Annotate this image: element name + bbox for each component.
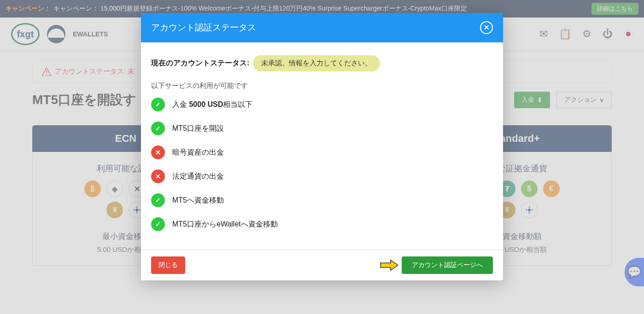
status-badge: 未承認。情報を入力してください。 xyxy=(253,55,380,71)
check-item-label: 暗号資産の出金 xyxy=(172,148,224,157)
check-item: ✕暗号資産の出金 xyxy=(151,145,493,159)
check-item-label: MT5口座を開設 xyxy=(172,124,224,134)
pointer-arrow-icon xyxy=(380,259,399,271)
check-icon: ✓ xyxy=(151,122,165,135)
modal-overlay: アカウント認証ステータス ✕ 現在のアカウントステータス: 未承認。情報を入力し… xyxy=(0,0,644,314)
verification-modal: アカウント認証ステータス ✕ 現在のアカウントステータス: 未承認。情報を入力し… xyxy=(141,13,503,280)
status-label: 現在のアカウントステータス: xyxy=(151,58,249,68)
check-item: ✓入金 5000 USD相当以下 xyxy=(151,98,493,111)
check-item: ✓MT5口座を開設 xyxy=(151,122,493,135)
modal-subtitle: 以下サービスの利用が可能です xyxy=(151,81,493,90)
check-item-label: MT5口座からeWalletへ資金移動 xyxy=(172,220,278,229)
check-icon: ✓ xyxy=(151,193,165,207)
cross-icon: ✕ xyxy=(151,145,165,159)
close-button[interactable]: 閉じる xyxy=(151,256,185,274)
check-icon: ✓ xyxy=(151,217,165,231)
check-item: ✓MT5へ資金移動 xyxy=(151,193,493,207)
check-item-label: MT5へ資金移動 xyxy=(172,196,224,205)
check-item: ✕法定通貨の出金 xyxy=(151,169,493,183)
check-item-label: 法定通貨の出金 xyxy=(172,172,224,181)
check-item-label: 入金 5000 USD相当以下 xyxy=(172,100,252,110)
check-item: ✓MT5口座からeWalletへ資金移動 xyxy=(151,217,493,231)
modal-title: アカウント認証ステータス xyxy=(151,22,256,34)
close-icon[interactable]: ✕ xyxy=(480,21,493,34)
check-icon: ✓ xyxy=(151,98,165,111)
verify-account-button[interactable]: アカウント認証ページへ xyxy=(402,256,493,274)
cross-icon: ✕ xyxy=(151,169,165,183)
